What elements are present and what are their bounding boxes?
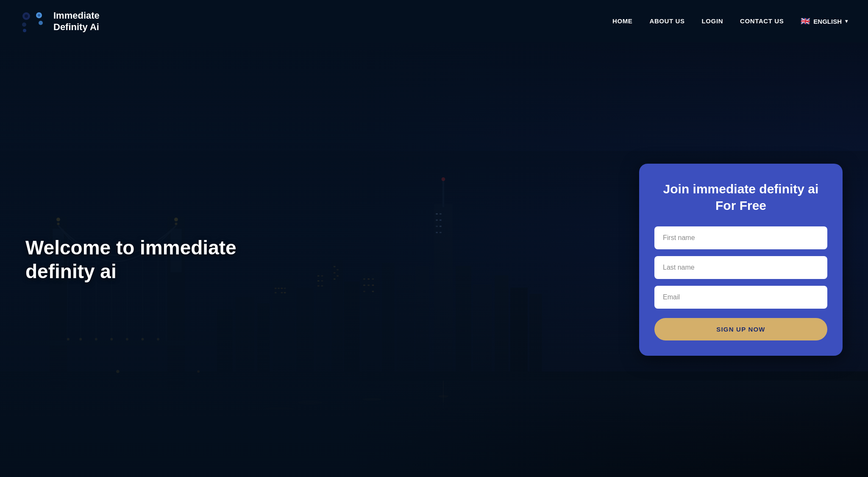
signup-button[interactable]: SIGN UP NOW <box>654 318 827 340</box>
svg-point-4 <box>38 14 40 17</box>
hero-content: Welcome to immediate definity ai Join im… <box>0 138 868 381</box>
signup-form: SIGN UP NOW <box>654 226 827 340</box>
nav-item-about[interactable]: ABOUT US <box>649 17 684 25</box>
signup-card: Join immediate definity ai For Free SIGN… <box>639 164 843 356</box>
hero-title: Welcome to immediate definity ai <box>25 236 263 283</box>
svg-point-5 <box>39 21 43 25</box>
first-name-input[interactable] <box>654 226 827 249</box>
nav-links: HOME ABOUT US LOGIN CONTACT US 🇬🇧 ENGLIS… <box>612 17 848 26</box>
svg-point-2 <box>22 22 26 27</box>
nav-item-contact[interactable]: CONTACT US <box>740 17 784 25</box>
nav-item-login[interactable]: LOGIN <box>702 17 723 25</box>
hero-text-block: Welcome to immediate definity ai <box>25 236 263 283</box>
nav-item-home[interactable]: HOME <box>612 17 632 25</box>
language-label: ENGLISH <box>813 18 842 25</box>
email-input[interactable] <box>654 286 827 309</box>
flag-icon: 🇬🇧 <box>801 17 810 26</box>
logo-icon <box>20 8 47 35</box>
logo[interactable]: Immediate Definity Ai <box>20 8 100 35</box>
navbar: Immediate Definity Ai HOME ABOUT US LOGI… <box>0 0 868 42</box>
svg-point-1 <box>25 14 28 18</box>
last-name-input[interactable] <box>654 256 827 279</box>
chevron-down-icon: ▾ <box>845 18 848 24</box>
brand-name: Immediate Definity Ai <box>53 10 100 33</box>
language-selector[interactable]: 🇬🇧 ENGLISH ▾ <box>801 17 848 26</box>
hero-section: Welcome to immediate definity ai Join im… <box>0 42 868 477</box>
signup-title: Join immediate definity ai For Free <box>654 181 827 214</box>
svg-point-6 <box>23 29 26 32</box>
